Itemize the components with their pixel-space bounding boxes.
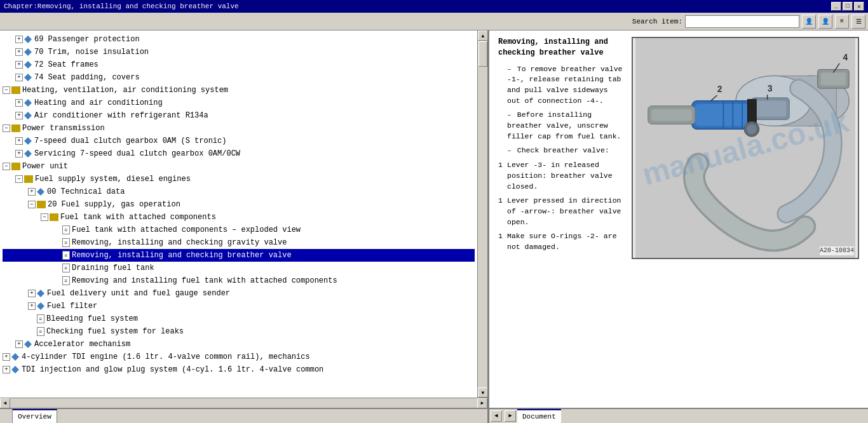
scroll-thumb[interactable] (478, 41, 487, 67)
h-scroll-track[interactable] (10, 398, 477, 408)
expand-icon-fuel-supply[interactable]: − (15, 175, 23, 183)
expand-icon-72[interactable]: + (15, 61, 23, 69)
expand-icon-fuel-tank[interactable]: − (41, 213, 48, 221)
tree-item-gravity[interactable]: ≡ Removing, installing and checking grav… (3, 236, 475, 249)
folder-icon-72 (24, 61, 32, 69)
tree-item-servicing[interactable]: + Servicing 7-speed dual clutch gearbox … (3, 147, 475, 160)
horizontal-scrollbar[interactable]: ◄ ► (0, 398, 487, 408)
menu-button-1[interactable]: ≡ (835, 15, 849, 29)
search-input[interactable] (685, 15, 799, 28)
svg-rect-27 (651, 109, 692, 121)
para-text-4: Lever -3- in released position: breather… (507, 160, 625, 192)
doc-nav-prev[interactable]: ◄ (491, 410, 502, 422)
doc-layout: Removing, installing andchecking breathe… (498, 37, 859, 259)
scroll-up-button[interactable]: ▲ (478, 30, 487, 41)
expand-icon[interactable]: + (15, 36, 23, 43)
expand-icon-7speed[interactable]: + (15, 137, 23, 145)
tree-item-checking-leaks[interactable]: ≡ Checking fuel system for leaks (3, 325, 475, 338)
expand-icon-delivery[interactable]: + (28, 290, 36, 297)
main-content: + 69 Passenger protection + 70 Trim, noi… (0, 30, 868, 408)
maximize-button[interactable]: □ (843, 2, 853, 11)
tree-item-accelerator[interactable]: + Accelerator mechanism (3, 338, 475, 351)
folder-icon-70 (24, 48, 32, 56)
user-icon-2[interactable]: 👤 (818, 15, 832, 29)
scroll-down-button[interactable]: ▼ (478, 387, 487, 398)
menu-button-2[interactable]: ☰ (851, 15, 865, 29)
user-icon-1[interactable]: 👤 (802, 15, 816, 29)
scroll-left-button[interactable]: ◄ (0, 398, 10, 408)
overview-tab[interactable]: Overview (13, 409, 57, 423)
diamond-icon-00 (37, 188, 44, 196)
tree-item-tdi[interactable]: + TDI injection and glow plug system (4-… (3, 363, 475, 376)
tree-item-00[interactable]: + 00 Technical data (3, 185, 475, 198)
doc-icon-breather: ≡ (62, 251, 70, 260)
expand-icon-power-unit[interactable]: − (3, 163, 10, 170)
tree-item-delivery[interactable]: + Fuel delivery unit and fuel gauge send… (3, 287, 475, 300)
expand-icon-aircon[interactable]: + (15, 112, 23, 119)
diamond-icon-tdi (11, 366, 19, 373)
diamond-icon-7speed (24, 137, 32, 145)
minimize-button[interactable]: _ (831, 2, 841, 11)
close-button[interactable]: ✕ (854, 2, 864, 11)
expand-icon-4cyl[interactable]: + (3, 353, 10, 361)
expand-icon-hvac[interactable]: − (3, 86, 10, 94)
engine-illustration: 4 3 (633, 38, 858, 258)
svg-text:4: 4 (843, 53, 848, 63)
book-icon-fuel-tank (50, 213, 58, 221)
tree-item-breather[interactable]: ≡ Removing, installing and checking brea… (3, 249, 475, 262)
tree-item-label: 69 Passenger protection (34, 34, 140, 45)
expand-icon-70[interactable]: + (15, 48, 23, 56)
para-6: 1 Make sure O-rings -2- are not damaged. (498, 231, 625, 252)
tree-item-70[interactable]: + 70 Trim, noise insulation (3, 46, 475, 58)
tree-item-bleeding[interactable]: ≡ Bleeding fuel system (3, 312, 475, 325)
doc-icon-gravity: ≡ (62, 238, 70, 247)
title-bar: Chapter:Removing, installing and checkin… (0, 0, 868, 13)
vertical-scrollbar[interactable]: ▲ ▼ (477, 30, 487, 398)
doc-title: Removing, installing andchecking breathe… (498, 37, 625, 59)
doc-icon-drain: ≡ (62, 264, 70, 272)
expand-icon-filter[interactable]: + (28, 302, 36, 310)
tree-item-power-unit[interactable]: − Power unit (3, 160, 475, 173)
title-text: Chapter:Removing, installing and checkin… (4, 3, 239, 10)
expand-icon-power-trans[interactable]: − (3, 124, 10, 132)
tree-item-power-trans[interactable]: − Power transmission (3, 122, 475, 135)
expand-icon-accelerator[interactable]: + (15, 340, 23, 348)
tree-item-heating[interactable]: + Heating and air conditioning (3, 97, 475, 109)
expand-icon-heating[interactable]: + (15, 99, 23, 107)
tree-item-exploded[interactable]: ≡ Fuel tank with attached components – e… (3, 224, 475, 236)
tree-item-72[interactable]: + 72 Seat frames (3, 58, 475, 71)
tree-item-aircon[interactable]: + Air conditioner with refrigerant R134a (3, 109, 475, 122)
para-text-3: – Check breather valve: (507, 145, 625, 156)
expand-icon-74[interactable]: + (15, 74, 23, 81)
expand-icon-20[interactable]: − (28, 201, 36, 208)
expand-icon-servicing[interactable]: + (15, 150, 23, 158)
tree-item-label-aircon: Air conditioner with refrigerant R134a (34, 110, 208, 121)
tree-item-drain[interactable]: ≡ Draining fuel tank (3, 262, 475, 274)
tree-item-20[interactable]: − 20 Fuel supply, gas operation (3, 198, 475, 211)
expand-icon-00[interactable]: + (28, 188, 36, 196)
tree-item-label-fuel-supply: Fuel supply system, diesel engines (35, 173, 191, 185)
para-1: – To remove breather valve -1-, release … (498, 64, 625, 107)
doc-icon-exploded: ≡ (62, 225, 70, 234)
tree-item-fuel-tank[interactable]: − Fuel tank with attached components (3, 211, 475, 224)
book-icon-fuel-supply (24, 175, 33, 183)
scroll-right-button[interactable]: ► (477, 398, 487, 408)
tree-item-filter[interactable]: + Fuel filter (3, 300, 475, 312)
tree-item-4cyl[interactable]: + 4-cylinder TDI engine (1.6 ltr. 4-valv… (3, 351, 475, 363)
folder-icon-74 (24, 74, 32, 81)
document-tab[interactable]: Document (517, 409, 561, 423)
tree-item-74[interactable]: + 74 Seat padding, covers (3, 71, 475, 84)
tree-item-removing-tank[interactable]: ≡ Removing and installing fuel tank with… (3, 274, 475, 287)
svg-rect-5 (821, 72, 846, 85)
folder-icon-69 (24, 36, 32, 43)
tree-item-label-breather: Removing, installing and checking breath… (72, 250, 292, 261)
tree-item-69[interactable]: + 69 Passenger protection (3, 33, 475, 46)
tree-item-fuel-supply[interactable]: − Fuel supply system, diesel engines (3, 173, 475, 185)
tree-item-hvac[interactable]: − Heating, ventilation, air conditioning… (3, 84, 475, 97)
scroll-track[interactable] (478, 41, 487, 387)
expand-icon-tdi[interactable]: + (3, 366, 10, 373)
tree-item-label-power-unit: Power unit (22, 161, 68, 172)
tree-item-7speed[interactable]: + 7-speed dual clutch gearbox 0AM (S tro… (3, 135, 475, 147)
doc-nav-next[interactable]: ► (505, 410, 516, 422)
para-text-1: – To remove breather valve -1-, release … (507, 64, 625, 107)
